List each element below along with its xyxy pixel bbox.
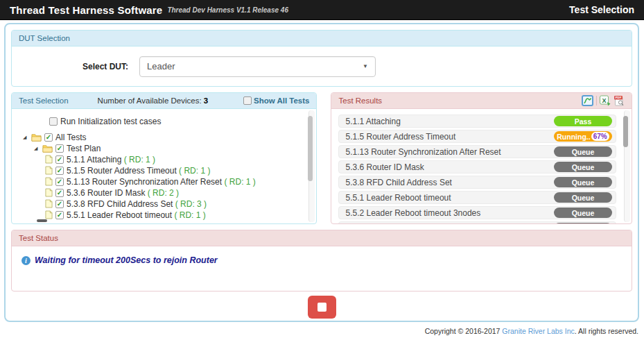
tree-item-rd-count: ( RD: 1 ) — [224, 177, 255, 187]
test-selection-header: Test Selection Number of Available Devic… — [12, 93, 316, 109]
dut-selection-panel: DUT Selection Select DUT: Leader ▼ — [11, 30, 632, 87]
stop-icon — [317, 303, 327, 312]
test-selection-title: Test Selection — [19, 96, 69, 105]
tree-item-checkbox[interactable] — [55, 167, 64, 175]
result-row[interactable]: 5.3.8 RFD Child Address Set Queue — [338, 176, 616, 189]
tree-item-checkbox[interactable] — [55, 189, 64, 197]
result-row[interactable]: Queue — [338, 221, 616, 223]
tree-item[interactable]: 5.1.13 Router Synchronization After Rese… — [45, 176, 304, 187]
icon-divider — [596, 96, 597, 105]
main-container: DUT Selection Select DUT: Leader ▼ Test … — [4, 23, 639, 322]
tree-item-rd-count: ( RD: 1 ) — [174, 210, 205, 220]
tree-item-label: 5.1.5 Router Address Timeout ( RD: 1 ) — [67, 166, 210, 176]
app-version-subtitle: Thread Dev Harness V1.1 Release 46 — [167, 6, 288, 14]
tree-horizontal-scrollbar-thumb[interactable] — [37, 219, 47, 222]
tree-item-label: 5.1.1 Attaching ( RD: 1 ) — [67, 155, 155, 164]
available-devices-text: Number of Available Devices: 3 — [98, 96, 209, 105]
file-icon — [45, 166, 53, 175]
tree-item-checkbox[interactable] — [55, 200, 64, 208]
test-status-body: i Waiting for timeout 200Secs to rejoin … — [12, 246, 632, 291]
company-link[interactable]: Granite River Labs Inc — [502, 327, 574, 335]
test-status-panel: Test Status i Waiting for timeout 200Sec… — [11, 230, 632, 291]
tree-node-test-plan[interactable]: ◢ Test Plan — [34, 143, 304, 153]
tree-item-label: 5.3.8 RFD Child Address Set ( RD: 3 ) — [67, 199, 207, 209]
test-tree: Run Initialization test cases ◢ All Test… — [12, 109, 316, 223]
progress-percent: 67% — [591, 132, 609, 141]
tree-item-rd-count: ( RD: 3 ) — [175, 199, 207, 209]
info-icon: i — [21, 256, 31, 265]
results-scrollbar-track[interactable] — [624, 110, 630, 222]
copyright-suffix: . All rights reserved. — [575, 327, 638, 335]
tree-item-checkbox[interactable] — [55, 178, 64, 186]
run-init-label: Run Initialization test cases — [60, 117, 161, 126]
tree-item[interactable]: 5.1.1 Attaching ( RD: 1 ) — [45, 154, 304, 164]
result-row[interactable]: 5.5.2 Leader Reboot timeout 3nodes Queue — [338, 206, 616, 219]
status-badge: Queue — [554, 192, 612, 203]
expand-arrow-icon[interactable]: ◢ — [34, 146, 40, 151]
result-test-name: 5.1.5 Router Address Timeout — [345, 132, 455, 142]
tree-node-all-tests[interactable]: ◢ All Tests — [23, 132, 304, 142]
tree-node-label: All Tests — [55, 133, 86, 142]
copyright-footer: Copyright © 2016-2017 Granite River Labs… — [425, 327, 638, 335]
show-all-tests-label: Show All Tests — [254, 96, 310, 105]
chart-icon[interactable] — [582, 95, 593, 106]
status-badge: Queue — [554, 146, 612, 157]
result-row[interactable]: 5.1.1 Attaching Pass — [338, 115, 616, 128]
show-all-tests-control[interactable]: Show All Tests — [243, 96, 310, 105]
run-init-checkbox[interactable] — [49, 117, 58, 126]
tree-item-label: 5.5.1 Leader Reboot timeout ( RD: 1 ) — [67, 210, 206, 220]
pdf-export-icon[interactable]: PDF — [613, 95, 625, 106]
status-badge: Queue — [554, 223, 612, 223]
tree-item-rd-count: ( RD: 2 ) — [148, 188, 179, 198]
status-message: Waiting for timeout 200Secs to rejoin Ro… — [35, 255, 218, 265]
file-icon — [45, 155, 53, 164]
result-test-name: 5.1.13 Router Synchronization After Rese… — [345, 147, 501, 157]
select-dut-label: Select DUT: — [66, 62, 128, 71]
expand-arrow-icon[interactable]: ◢ — [23, 135, 28, 140]
tree-node-checkbox[interactable] — [55, 144, 64, 153]
tree-item-checkbox[interactable] — [55, 211, 64, 219]
excel-export-icon[interactable]: X — [600, 95, 611, 106]
tree-leaves: 5.1.1 Attaching ( RD: 1 ) 5.1.5 Router A… — [17, 154, 304, 220]
folder-icon — [31, 133, 42, 142]
result-row[interactable]: 5.1.5 Router Address Timeout Running..67… — [338, 130, 616, 143]
status-badge: Pass — [554, 116, 612, 126]
status-badge: Running..67% — [554, 131, 612, 142]
result-row[interactable]: 5.3.6 Router ID Mask Queue — [338, 160, 616, 174]
status-badge: Queue — [554, 177, 612, 187]
folder-icon — [42, 144, 53, 153]
test-status-title: Test Status — [19, 234, 58, 242]
file-icon — [45, 199, 53, 208]
tree-scrollbar-thumb[interactable] — [308, 116, 313, 181]
test-results-panel: Test Results X PDF 5.1.1 Attaching — [331, 92, 632, 224]
tree-scrollbar-track[interactable] — [308, 110, 315, 222]
result-row[interactable]: 5.5.1 Leader Reboot timeout Queue — [338, 191, 616, 204]
run-init-control[interactable]: Run Initialization test cases — [49, 116, 304, 126]
tree-item-rd-count: ( RD: 1 ) — [124, 155, 155, 164]
file-icon — [45, 210, 53, 219]
results-scrollbar-thumb[interactable] — [623, 116, 628, 147]
copyright-prefix: Copyright © 2016-2017 — [425, 327, 503, 335]
test-results-title: Test Results — [338, 96, 382, 105]
test-results-list: 5.1.1 Attaching Pass 5.1.5 Router Addres… — [331, 109, 632, 223]
result-test-name: 5.1.1 Attaching — [345, 117, 400, 126]
tree-item[interactable]: 5.3.6 Router ID Mask ( RD: 2 ) — [45, 187, 304, 198]
tree-item[interactable]: 5.1.5 Router Address Timeout ( RD: 1 ) — [45, 165, 304, 176]
result-test-name: 5.3.6 Router ID Mask — [345, 162, 424, 172]
stop-button[interactable] — [308, 296, 336, 319]
tree-item-checkbox[interactable] — [55, 155, 64, 164]
tree-item[interactable]: 5.5.1 Leader Reboot timeout ( RD: 1 ) — [45, 210, 304, 220]
dut-selection-title: DUT Selection — [19, 34, 70, 42]
dut-select-dropdown[interactable]: Leader ▼ — [139, 56, 376, 77]
result-test-name: 5.5.1 Leader Reboot timeout — [345, 193, 451, 203]
tree-item[interactable]: 5.3.8 RFD Child Address Set ( RD: 3 ) — [45, 198, 304, 209]
tree-item-rd-count: ( RD: 1 ) — [179, 166, 210, 176]
current-page-title: Test Selection — [569, 4, 634, 15]
result-row[interactable]: 5.1.13 Router Synchronization After Rese… — [338, 145, 616, 158]
tree-node-checkbox[interactable] — [44, 133, 53, 142]
app-title: Thread Test Harness Software — [10, 4, 162, 16]
file-icon — [45, 188, 53, 197]
show-all-tests-checkbox[interactable] — [243, 96, 252, 105]
available-devices-count: 3 — [204, 96, 208, 105]
status-badge: Queue — [554, 162, 612, 172]
